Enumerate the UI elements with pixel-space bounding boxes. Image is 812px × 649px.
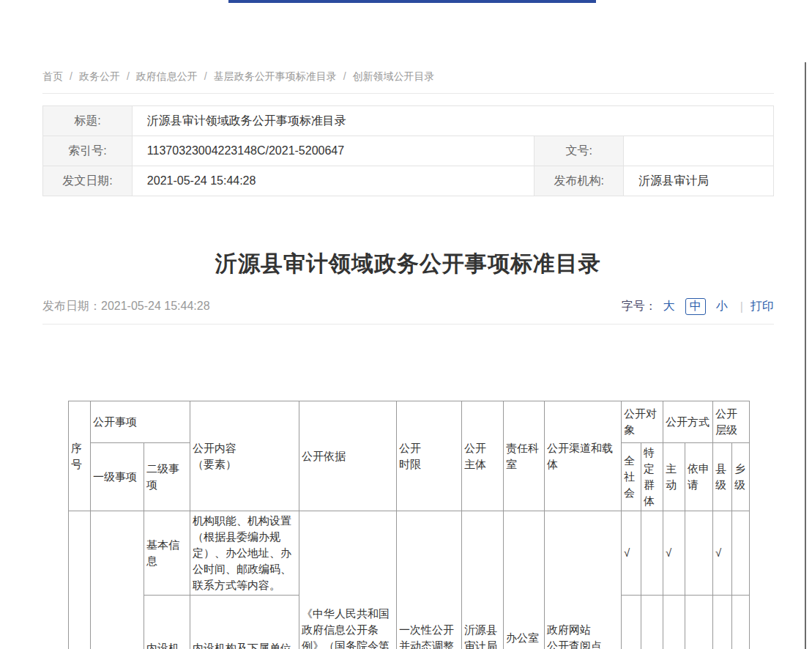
cell-check-level-county: √ <box>713 511 732 596</box>
cell-channel: 政府网站 公开查阅点 <box>545 511 622 649</box>
cell-check-target-all: √ <box>622 511 641 596</box>
header-department: 责任科室 <box>504 401 545 511</box>
header-seq: 序号 <box>69 401 91 511</box>
header-target-all: 全社会 <box>622 443 641 511</box>
cell-basis: 《中华人民共和国政府信息公开条例》（国务院令第711号） <box>299 511 397 649</box>
breadcrumb-item-home[interactable]: 首页 <box>42 70 63 82</box>
header-method-active: 主动 <box>663 443 685 511</box>
cell-content: 内设机构及下属单位设置、职能、办公地址、办公时间、联系方式、负责人姓名等。 <box>190 596 299 649</box>
cell-time-limit: 一次性公开并动态调整 <box>397 511 462 649</box>
catalog-table: 序号 公开事项 公开内容 （要素） 公开依据 公开 时限 公开 主体 责任科室 … <box>68 401 750 649</box>
catalog-row-basic-info: 基本信息 机构职能、机构设置（根据县委编办规定）、办公地址、办公时间、邮政编码、… <box>69 511 750 596</box>
cell-check-method-request <box>685 511 713 596</box>
font-size-tools: 字号： 大 中 小 | 打印 <box>622 298 774 315</box>
top-header-strip <box>228 0 596 3</box>
page-container: 首页/政务公开/政府信息公开/基层政务公开事项标准目录/创新领域公开目录 标题:… <box>42 0 774 649</box>
font-size-label: 字号： <box>622 299 657 314</box>
header-subject: 公开 主体 <box>462 401 504 511</box>
header-items-group: 公开事项 <box>91 401 190 443</box>
header-target-group: 公开对象 <box>622 401 663 443</box>
meta-index-value: 11370323004223148C/2021-5200647 <box>132 136 534 166</box>
breadcrumb-separator: / <box>70 70 72 82</box>
meta-date-label: 发文日期: <box>43 166 133 196</box>
cell-check-method-active: √ <box>663 596 685 649</box>
page-title: 沂源县审计领域政务公开事项标准目录 <box>42 249 774 279</box>
catalog-header-row-1: 序号 公开事项 公开内容 （要素） 公开依据 公开 时限 公开 主体 责任科室 … <box>69 401 750 443</box>
cell-seq <box>69 511 91 649</box>
font-size-large-button[interactable]: 大 <box>663 299 675 314</box>
header-level1: 一级事项 <box>91 443 144 511</box>
header-target-specific: 特定群体 <box>641 443 663 511</box>
cell-check-level-county: √ <box>713 596 732 649</box>
cell-level1 <box>91 511 144 649</box>
breadcrumb-item-standard-catalog[interactable]: 基层政务公开事项标准目录 <box>214 70 337 82</box>
meta-row-title: 标题: 沂源县审计领域政务公开事项标准目录 <box>43 106 774 136</box>
breadcrumb-item-open-gov[interactable]: 政务公开 <box>79 70 120 82</box>
meta-title-label: 标题: <box>43 106 133 136</box>
meta-date-value: 2021-05-24 15:44:28 <box>132 166 534 196</box>
cell-department: 办公室 <box>504 511 545 649</box>
meta-doc-no-label: 文号: <box>534 136 624 166</box>
meta-row-index: 索引号: 11370323004223148C/2021-5200647 文号: <box>43 136 774 166</box>
publish-date-label: 发布日期： <box>42 300 101 312</box>
meta-index-label: 索引号: <box>43 136 133 166</box>
breadcrumb: 首页/政务公开/政府信息公开/基层政务公开事项标准目录/创新领域公开目录 <box>42 70 774 94</box>
cell-check-level-town <box>732 511 750 596</box>
header-level-town: 乡级 <box>732 443 750 511</box>
toolbar-divider: | <box>740 300 743 314</box>
header-time-limit: 公开 时限 <box>397 401 462 511</box>
breadcrumb-separator: / <box>343 70 346 82</box>
header-level-county: 县级 <box>713 443 732 511</box>
publish-date: 发布日期：2021-05-24 15:44:28 <box>42 299 210 314</box>
font-size-medium-button[interactable]: 中 <box>685 298 706 315</box>
cell-subject: 沂源县审计局 <box>462 511 504 649</box>
breadcrumb-item-innovation-catalog[interactable]: 创新领域公开目录 <box>353 70 435 82</box>
cell-level2: 基本信息 <box>144 511 190 596</box>
font-size-small-button[interactable]: 小 <box>716 299 728 314</box>
cell-content: 机构职能、机构设置（根据县委编办规定）、办公地址、办公时间、邮政编码、联系方式等… <box>190 511 299 596</box>
cell-check-level-town <box>732 596 750 649</box>
meta-org-value: 沂源县审计局 <box>624 166 774 196</box>
cell-check-method-active: √ <box>663 511 685 596</box>
header-method-group: 公开方式 <box>663 401 713 443</box>
cell-check-target-all: √ <box>622 596 641 649</box>
meta-doc-no-value <box>624 136 774 166</box>
breadcrumb-separator: / <box>204 70 207 82</box>
scrollbar-thumb[interactable] <box>805 62 806 649</box>
cell-check-target-specific <box>641 596 663 649</box>
header-basis: 公开依据 <box>299 401 397 511</box>
meta-row-date: 发文日期: 2021-05-24 15:44:28 发布机构: 沂源县审计局 <box>43 166 774 196</box>
print-button[interactable]: 打印 <box>750 299 774 314</box>
breadcrumb-item-gov-info[interactable]: 政府信息公开 <box>136 70 198 82</box>
cell-check-method-request <box>685 596 713 649</box>
header-level2: 二级事项 <box>144 443 190 511</box>
cell-check-target-specific <box>641 511 663 596</box>
meta-org-label: 发布机构: <box>534 166 624 196</box>
header-content: 公开内容 （要素） <box>190 401 299 511</box>
meta-title-value: 沂源县审计领域政务公开事项标准目录 <box>132 106 773 136</box>
header-level-group: 公开层级 <box>713 401 750 443</box>
header-channel: 公开渠道和载体 <box>545 401 622 511</box>
document-meta-table: 标题: 沂源县审计领域政务公开事项标准目录 索引号: 1137032300422… <box>42 105 774 196</box>
article-toolbar: 发布日期：2021-05-24 15:44:28 字号： 大 中 小 | 打印 <box>42 298 774 324</box>
breadcrumb-separator: / <box>127 70 130 82</box>
cell-level2: 内设机构及下属事业单位信息 <box>144 596 190 649</box>
header-method-request: 依申请 <box>685 443 713 511</box>
publish-date-value: 2021-05-24 15:44:28 <box>101 300 210 312</box>
